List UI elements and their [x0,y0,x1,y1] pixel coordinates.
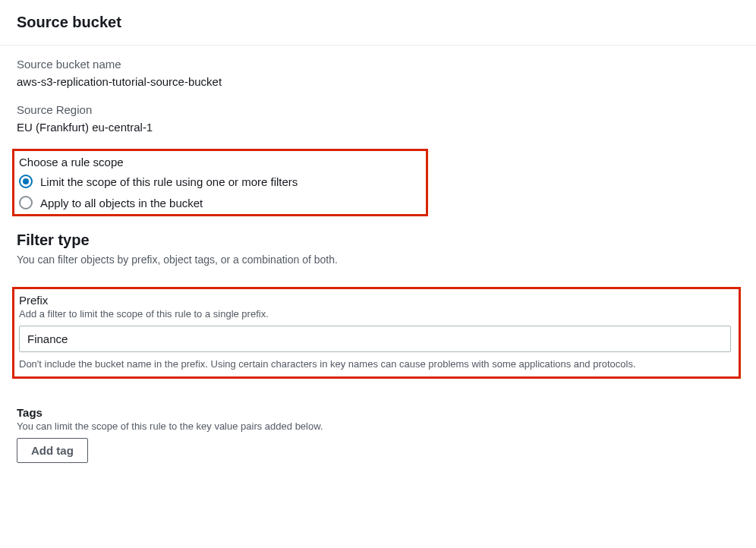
radio-selected-icon [19,175,33,188]
filter-type-heading: Filter type [17,231,739,249]
prefix-label: Prefix [19,294,731,307]
rule-scope-label: Choose a rule scope [19,156,421,168]
source-region-value: EU (Frankfurt) eu-central-1 [17,121,739,134]
radio-unselected-icon [19,196,33,209]
rule-scope-option-all-label: Apply to all objects in the bucket [40,197,203,209]
panel-header: Source bucket [0,0,756,46]
add-tag-button[interactable]: Add tag [17,438,88,463]
tags-section: Tags You can limit the scope of this rul… [17,406,739,463]
prefix-highlight: Prefix Add a filter to limit the scope o… [12,287,741,379]
source-bucket-name-label: Source bucket name [17,58,739,71]
source-region-label: Source Region [17,103,739,116]
filter-type-description: You can filter objects by prefix, object… [17,254,739,266]
rule-scope-option-all[interactable]: Apply to all objects in the bucket [19,196,421,209]
rule-scope-highlight: Choose a rule scope Limit the scope of t… [12,149,428,216]
rule-scope-option-limit-label: Limit the scope of this rule using one o… [40,175,298,188]
prefix-hint: Don't include the bucket name in the pre… [19,357,731,372]
prefix-description: Add a filter to limit the scope of this … [19,308,731,320]
rule-scope-option-limit[interactable]: Limit the scope of this rule using one o… [19,175,421,188]
tags-description: You can limit the scope of this rule to … [17,420,739,432]
source-region-group: Source Region EU (Frankfurt) eu-central-… [17,103,739,134]
source-bucket-name-group: Source bucket name aws-s3-replication-tu… [17,58,739,88]
prefix-input[interactable] [19,326,731,352]
source-bucket-name-value: aws-s3-replication-tutorial-source-bucke… [17,75,739,88]
panel-content: Source bucket name aws-s3-replication-tu… [0,46,756,478]
panel-title: Source bucket [17,14,739,31]
tags-label: Tags [17,406,739,419]
